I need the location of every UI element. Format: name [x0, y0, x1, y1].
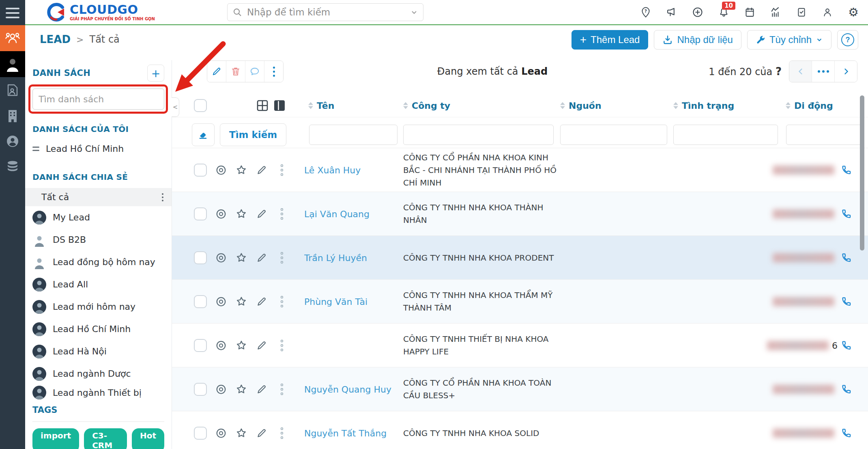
star-icon[interactable] [234, 251, 248, 265]
user-icon[interactable] [822, 6, 833, 18]
brand-logo[interactable]: CLOUDGO GIẢI PHÁP CHUYỂN ĐỔI SỐ TINH GỌN [46, 2, 155, 22]
add-lead-button[interactable]: + Thêm Lead [572, 30, 649, 50]
phone-icon[interactable] [841, 252, 852, 263]
next-page-button[interactable] [835, 61, 857, 82]
column-header-cong-ty[interactable]: Công ty [403, 101, 450, 111]
sidebar-list-item[interactable]: My Lead [32, 206, 164, 229]
row-checkbox[interactable] [194, 295, 207, 308]
view-icon[interactable] [214, 295, 228, 309]
scrollbar-thumb[interactable] [860, 95, 864, 250]
edit-icon[interactable] [255, 251, 269, 265]
global-search-input[interactable] [246, 6, 406, 18]
filter-search-button[interactable]: Tìm kiếm [220, 123, 286, 146]
sidebar-list-item[interactable]: Lead mới hôm nay [32, 296, 164, 318]
column-header-di-dong[interactable]: Di động [786, 101, 833, 111]
drag-dots-icon[interactable] [275, 163, 289, 177]
view-icon[interactable] [214, 251, 228, 265]
global-search[interactable] [227, 3, 423, 21]
sidebar-list-item[interactable]: Lead Hà Nội [32, 340, 164, 363]
clear-filters-button[interactable] [192, 123, 215, 146]
settings-gear-icon[interactable]: ⚙ [848, 6, 859, 18]
row-checkbox[interactable] [194, 427, 207, 440]
drag-dots-icon[interactable] [275, 339, 289, 352]
lead-name-link[interactable]: Phùng Văn Tài [304, 296, 402, 307]
star-icon[interactable] [234, 207, 248, 221]
lead-name-link[interactable]: Nguyễn Tất Thắng [304, 428, 402, 438]
column-header-tinh-trang[interactable]: Tình trạng [673, 101, 734, 111]
menu-icon[interactable] [6, 8, 19, 18]
row-checkbox[interactable] [194, 383, 207, 396]
column-header-nguon[interactable]: Nguồn [560, 101, 602, 111]
breadcrumb-root[interactable]: LEAD [40, 33, 71, 45]
grid-view-icon[interactable] [256, 99, 269, 112]
filter-input-nguon[interactable] [560, 125, 667, 145]
tasks-icon[interactable] [796, 6, 807, 18]
database-icon[interactable] [0, 160, 25, 174]
edit-icon[interactable] [255, 207, 269, 221]
row-checkbox[interactable] [194, 339, 207, 352]
row-checkbox[interactable] [194, 164, 207, 177]
people-group-module[interactable] [0, 25, 25, 51]
phone-icon[interactable] [841, 164, 852, 175]
column-header-ten[interactable]: Tên [308, 101, 334, 111]
phone-icon[interactable] [841, 340, 852, 351]
plus-circle-icon[interactable] [692, 6, 703, 18]
sidebar-list-item[interactable]: DS B2B [32, 229, 164, 251]
drag-dots-icon[interactable] [275, 295, 289, 309]
calendar-icon[interactable] [744, 6, 755, 18]
drag-dots-icon[interactable] [275, 382, 289, 396]
add-list-button[interactable]: + [147, 65, 164, 82]
select-all-checkbox[interactable] [194, 99, 207, 112]
list-search-input[interactable] [32, 89, 164, 110]
sidebar-item-all[interactable]: Tất cả [25, 188, 172, 206]
location-pin-question-icon[interactable]: ? [640, 6, 651, 18]
filter-input-cong-ty[interactable] [403, 125, 554, 145]
prev-page-button[interactable] [789, 61, 812, 82]
view-icon[interactable] [214, 207, 228, 221]
phone-icon[interactable] [841, 384, 852, 395]
star-icon[interactable] [234, 163, 248, 177]
star-icon[interactable] [234, 339, 248, 352]
lead-name-link[interactable]: Trần Lý Huyền [304, 253, 402, 263]
comment-icon[interactable] [245, 61, 264, 82]
lead-name-link[interactable]: Lê Xuân Huy [304, 165, 402, 175]
more-dots-icon[interactable] [264, 61, 283, 82]
customize-button[interactable]: Tùy chỉnh [747, 30, 831, 50]
sidebar-item-my-list[interactable]: Lead Hồ Chí Minh [32, 141, 164, 156]
column-view-icon[interactable] [273, 99, 286, 112]
drag-dots-icon[interactable] [275, 207, 289, 221]
sidebar-list-item[interactable]: Lead ngành Thiết bị [32, 385, 164, 400]
sidebar-list-item[interactable]: Lead All [32, 273, 164, 296]
delete-icon[interactable] [226, 61, 245, 82]
chart-icon[interactable] [770, 6, 781, 18]
row-checkbox[interactable] [194, 251, 207, 264]
view-icon[interactable] [214, 163, 228, 177]
person-module-active[interactable] [0, 51, 25, 77]
row-checkbox[interactable] [194, 207, 207, 220]
tag-pill[interactable]: import [32, 428, 79, 449]
star-icon[interactable] [234, 426, 248, 440]
edit-icon[interactable] [255, 382, 269, 396]
filter-input-tinh-trang[interactable] [673, 125, 778, 145]
filter-input-ten[interactable] [309, 125, 397, 145]
drag-dots-icon[interactable] [275, 426, 289, 440]
page-list-button[interactable] [812, 61, 835, 82]
drag-dots-icon[interactable] [275, 251, 289, 265]
tag-pill[interactable]: C3-CRM [84, 428, 127, 449]
phone-icon[interactable] [841, 427, 852, 438]
sidebar-list-item[interactable]: Lead ngành Dược [32, 363, 164, 385]
import-data-button[interactable]: Nhập dữ liệu [654, 30, 741, 50]
document-person-icon[interactable] [0, 83, 25, 97]
sidebar-list-item[interactable]: Lead Hồ Chí Minh [32, 318, 164, 340]
edit-icon[interactable] [255, 426, 269, 440]
edit-icon[interactable] [255, 339, 269, 352]
view-icon[interactable] [214, 339, 228, 352]
lead-name-link[interactable]: Lại Văn Quang [304, 209, 402, 219]
view-icon[interactable] [214, 382, 228, 396]
phone-icon[interactable] [841, 208, 852, 219]
bell-icon[interactable]: 10 [718, 6, 729, 18]
edit-icon[interactable] [255, 163, 269, 177]
filter-input-di-dong[interactable] [786, 125, 864, 145]
star-icon[interactable] [234, 382, 248, 396]
building-icon[interactable] [0, 108, 25, 123]
